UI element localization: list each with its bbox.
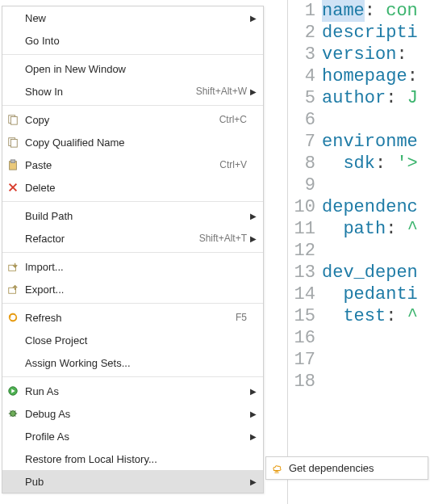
menu-item-label: Assign Working Sets... <box>25 357 247 369</box>
delete-icon <box>7 182 25 193</box>
menu-item-refactor[interactable]: RefactorShift+Alt+T▶ <box>2 227 263 250</box>
code-content[interactable]: homepage: <box>320 65 418 87</box>
code-line[interactable]: 9 <box>288 174 430 196</box>
code-line[interactable]: 17 <box>288 349 430 371</box>
code-content[interactable]: author: J <box>320 87 418 109</box>
menu-separator <box>2 54 263 55</box>
token-val: ^ <box>407 218 418 240</box>
code-line[interactable]: 11 path: ^ <box>288 218 430 240</box>
code-line[interactable]: 5author: J <box>288 87 430 109</box>
code-line[interactable]: 1name: con <box>288 0 430 22</box>
code-line[interactable]: 15 test: ^ <box>288 305 430 327</box>
menu-item-copy[interactable]: CopyCtrl+C <box>2 108 263 131</box>
submenu-caret-icon: ▶ <box>247 432 257 441</box>
code-content[interactable] <box>320 109 322 131</box>
code-content[interactable]: dependenc <box>320 196 418 218</box>
menu-item-label: Delete <box>25 182 247 194</box>
run-icon <box>7 385 25 397</box>
menu-item-label: Refresh <box>25 312 229 324</box>
menu-item-build-path[interactable]: Build Path▶ <box>2 204 263 227</box>
menu-item-export[interactable]: Export... <box>2 278 263 300</box>
code-content[interactable]: path: ^ <box>320 218 418 240</box>
code-line[interactable]: 10dependenc <box>288 196 430 218</box>
line-number: 7 <box>288 131 320 153</box>
pub-icon <box>271 463 289 474</box>
code-content[interactable] <box>320 349 322 371</box>
menu-item-paste[interactable]: PasteCtrl+V <box>2 153 263 176</box>
menu-item-run-as[interactable]: Run As▶ <box>2 380 263 402</box>
token-key: test <box>343 305 386 327</box>
code-line[interactable]: 6 <box>288 109 430 131</box>
line-number: 6 <box>288 109 320 131</box>
token-key: pedanti <box>343 284 417 305</box>
code-content[interactable]: environme <box>320 131 418 153</box>
submenu-item-get-deps[interactable]: Get dependencies <box>266 457 428 479</box>
code-content[interactable]: descripti <box>320 22 418 44</box>
menu-item-refresh[interactable]: RefreshF5 <box>2 306 263 329</box>
menu-item-accel: Shift+Alt+T <box>193 233 247 244</box>
code-line[interactable]: 14 pedanti <box>288 284 430 305</box>
code-line[interactable]: 8 sdk: '> <box>288 153 430 174</box>
code-content[interactable] <box>320 174 322 196</box>
token-key: descripti <box>322 22 418 44</box>
menu-item-label: Profile As <box>25 430 247 443</box>
submenu-caret-icon: ▶ <box>247 410 257 418</box>
submenu-caret-icon: ▶ <box>247 477 257 486</box>
code-editor[interactable]: 1name: con2descripti3version:4homepage:5… <box>287 0 430 504</box>
token-key: name <box>322 0 365 22</box>
line-number: 1 <box>288 0 320 22</box>
menu-item-accel: Ctrl+C <box>213 114 247 125</box>
submenu-caret-icon: ▶ <box>247 14 257 23</box>
code-content[interactable] <box>320 240 322 262</box>
menu-item-label: Show In <box>25 86 190 98</box>
token-key: environme <box>322 131 418 153</box>
line-number: 2 <box>288 22 320 44</box>
token-colon <box>322 218 343 240</box>
import-icon <box>7 261 25 272</box>
code-line[interactable]: 3version: <box>288 44 430 65</box>
menu-separator <box>2 105 263 106</box>
menu-item-accel: Shift+Alt+W <box>190 86 247 97</box>
menu-item-close-project[interactable]: Close Project <box>2 329 263 351</box>
menu-item-profile-as[interactable]: Profile As▶ <box>2 425 263 447</box>
code-content[interactable]: name: con <box>320 0 418 22</box>
menu-item-restore-history[interactable]: Restore from Local History... <box>2 447 263 470</box>
code-content[interactable]: pedanti <box>320 284 418 305</box>
code-content[interactable] <box>320 327 322 349</box>
menu-item-pub[interactable]: Pub▶ <box>2 470 263 493</box>
menu-item-import[interactable]: Import... <box>2 255 263 278</box>
svg-rect-3 <box>10 140 17 148</box>
menu-item-assign-working-sets[interactable]: Assign Working Sets... <box>2 351 263 374</box>
code-content[interactable]: dev_depen <box>320 262 418 284</box>
code-content[interactable]: sdk: '> <box>320 153 418 174</box>
menu-item-new[interactable]: New▶ <box>2 6 263 29</box>
menu-item-open-new-window[interactable]: Open in New Window <box>2 57 263 80</box>
menu-item-label: Pub <box>25 476 247 488</box>
token-key: sdk <box>343 153 375 174</box>
line-number: 3 <box>288 44 320 65</box>
menu-item-show-in[interactable]: Show InShift+Alt+W▶ <box>2 80 263 103</box>
token-key: homepage <box>322 65 407 87</box>
code-line[interactable]: 7environme <box>288 131 430 153</box>
line-number: 18 <box>288 371 320 393</box>
code-content[interactable]: test: ^ <box>320 305 418 327</box>
menu-item-accel: F5 <box>229 312 247 323</box>
code-line[interactable]: 18 <box>288 371 430 393</box>
menu-item-delete[interactable]: Delete <box>2 176 263 199</box>
debug-icon <box>7 408 25 419</box>
copy-icon <box>7 114 25 125</box>
code-line[interactable]: 2descripti <box>288 22 430 44</box>
code-line[interactable]: 4homepage: <box>288 65 430 87</box>
code-line[interactable]: 12 <box>288 240 430 262</box>
token-key: dependenc <box>322 196 418 218</box>
menu-item-debug-as[interactable]: Debug As▶ <box>2 402 263 425</box>
code-line[interactable]: 13dev_depen <box>288 262 430 284</box>
code-content[interactable] <box>320 371 322 393</box>
export-icon <box>7 284 25 295</box>
code-line[interactable]: 16 <box>288 327 430 349</box>
line-number: 9 <box>288 174 320 196</box>
menu-item-go-into[interactable]: Go Into <box>2 29 263 52</box>
menu-item-label: Import... <box>25 261 247 273</box>
code-content[interactable]: version: <box>320 44 407 65</box>
menu-item-copy-qualified[interactable]: Copy Qualified Name <box>2 131 263 153</box>
